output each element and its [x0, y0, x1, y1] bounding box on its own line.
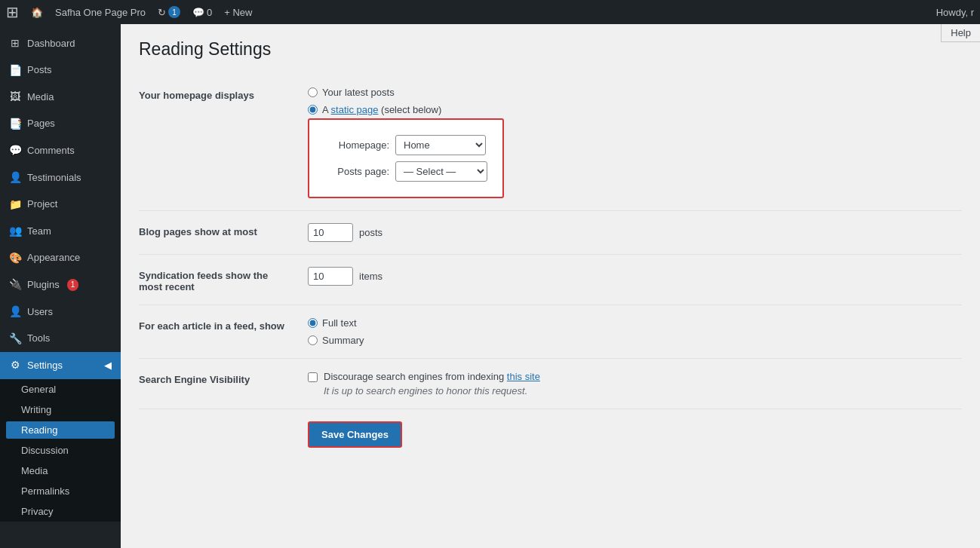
- seo-checkbox-texts: Discourage search engines from indexing …: [324, 371, 540, 396]
- blog-pages-control: posts: [308, 223, 962, 242]
- seo-row: Search Engine Visibility Discourage sear…: [139, 358, 962, 409]
- sidebar-item-team[interactable]: 👥 Team: [0, 218, 121, 245]
- syndication-suffix: items: [359, 271, 382, 282]
- help-button[interactable]: Help: [941, 24, 980, 42]
- sidebar-label-posts: Posts: [27, 63, 52, 77]
- sub-item-permalinks[interactable]: Permalinks: [0, 481, 121, 501]
- full-text-radio[interactable]: [308, 318, 318, 328]
- latest-posts-label: Your latest posts: [322, 87, 395, 98]
- appearance-icon: 🎨: [9, 251, 21, 266]
- feed-show-control: Full text Summary: [308, 317, 962, 346]
- updates-item[interactable]: ↻ 1: [158, 6, 180, 18]
- save-control: Save Changes: [308, 421, 962, 448]
- static-page-box: Homepage: Home About Contact Blog: [308, 118, 504, 198]
- sub-item-reading[interactable]: Reading: [6, 421, 115, 439]
- posts-page-select-row: Posts page: — Select — Home About Blog: [321, 161, 490, 182]
- static-page-radio[interactable]: [308, 105, 318, 115]
- homepage-displays-control: Your latest posts A static page (select …: [308, 87, 962, 198]
- posts-page-select-label: Posts page:: [321, 166, 389, 177]
- plugins-badge: 1: [67, 279, 79, 291]
- save-spacer: [139, 421, 290, 424]
- summary-option[interactable]: Summary: [308, 335, 962, 346]
- homepage-displays-row: Your homepage displays Your latest posts…: [139, 75, 962, 210]
- sidebar-label-testimonials: Testimonials: [27, 171, 81, 185]
- posts-page-select[interactable]: — Select — Home About Blog: [395, 161, 487, 182]
- sidebar-item-media[interactable]: 🖼 Media: [0, 84, 121, 111]
- sidebar-item-settings[interactable]: ⚙ Settings ◀: [0, 352, 121, 379]
- sidebar-label-appearance: Appearance: [27, 251, 80, 265]
- seo-checkbox-text: Discourage search engines from indexing …: [324, 371, 540, 382]
- sidebar-item-tools[interactable]: 🔧 Tools: [0, 326, 121, 353]
- sidebar-item-users[interactable]: 👤 Users: [0, 298, 121, 326]
- seo-checkbox-option: Discourage search engines from indexing …: [308, 371, 962, 396]
- sidebar-label-project: Project: [27, 197, 57, 211]
- this-site-link[interactable]: this site: [507, 371, 540, 382]
- sidebar-item-testimonials[interactable]: 👤 Testimonials: [0, 164, 121, 191]
- comments-item[interactable]: 💬 0: [192, 7, 212, 18]
- new-button[interactable]: + New: [224, 7, 252, 18]
- homepage-select-row: Homepage: Home About Contact Blog: [321, 135, 490, 155]
- feed-show-radio-group: Full text Summary: [308, 317, 962, 346]
- sidebar-item-project[interactable]: 📁 Project: [0, 191, 121, 219]
- homepage-select[interactable]: Home About Contact Blog: [395, 135, 486, 155]
- comments-nav-icon: 💬: [9, 143, 21, 158]
- sidebar-label-team: Team: [27, 225, 51, 238]
- topbar: ⊞ 🏠 Safha One Page Pro ↻ 1 💬 0 + New How…: [0, 0, 980, 24]
- save-button[interactable]: Save Changes: [308, 421, 402, 448]
- main-content: Reading Settings Your homepage displays …: [121, 24, 980, 548]
- settings-icon: ⚙: [9, 358, 21, 373]
- blog-pages-input-row: posts: [308, 223, 962, 242]
- site-name[interactable]: Safha One Page Pro: [55, 7, 146, 18]
- posts-icon: 📄: [9, 63, 21, 78]
- dashboard-icon: ⊞: [9, 36, 21, 51]
- site-icon: 🏠: [31, 7, 43, 18]
- feed-show-row: For each article in a feed, show Full te…: [139, 305, 962, 358]
- latest-posts-option[interactable]: Your latest posts: [308, 87, 962, 98]
- sub-item-privacy[interactable]: Privacy: [0, 501, 121, 522]
- sidebar-label-pages: Pages: [27, 117, 55, 130]
- static-page-option-wrapper: A static page (select below) Homepage: H…: [308, 104, 962, 198]
- sidebar-label-users: Users: [27, 305, 53, 319]
- syndication-input-row: items: [308, 267, 962, 286]
- wp-logo-icon: ⊞: [6, 3, 19, 21]
- sidebar-item-dashboard[interactable]: ⊞ Dashboard: [0, 30, 121, 57]
- sidebar-label-plugins: Plugins: [27, 278, 60, 292]
- sidebar-item-posts[interactable]: 📄 Posts: [0, 57, 121, 84]
- sidebar: ⊞ Dashboard 📄 Posts 🖼 Media 📑 Pages 💬 Co…: [0, 24, 121, 548]
- plugins-icon: 🔌: [9, 277, 21, 292]
- static-page-radio-text: A static page (select below): [322, 104, 441, 115]
- blog-pages-input[interactable]: [308, 223, 353, 242]
- pages-icon: 📑: [9, 117, 21, 132]
- sidebar-item-pages[interactable]: 📑 Pages: [0, 111, 121, 138]
- static-page-link[interactable]: static page: [331, 104, 379, 115]
- tools-icon: 🔧: [9, 332, 21, 347]
- summary-label: Summary: [322, 335, 364, 346]
- settings-collapse-icon: ◀: [104, 359, 112, 372]
- settings-form: Your homepage displays Your latest posts…: [139, 75, 962, 460]
- sub-item-media[interactable]: Media: [0, 461, 121, 481]
- homepage-select-label: Homepage:: [321, 139, 389, 151]
- save-row: Save Changes: [139, 409, 962, 460]
- sub-item-writing[interactable]: Writing: [0, 400, 121, 420]
- summary-radio[interactable]: [308, 335, 318, 345]
- full-text-option[interactable]: Full text: [308, 317, 962, 329]
- sidebar-label-settings: Settings: [27, 359, 63, 372]
- seo-hint: It is up to search engines to honor this…: [324, 385, 540, 396]
- seo-label: Search Engine Visibility: [139, 371, 290, 385]
- syndication-input[interactable]: [308, 267, 353, 286]
- updates-count: 1: [168, 6, 180, 18]
- feed-show-label: For each article in a feed, show: [139, 317, 290, 332]
- sidebar-item-plugins[interactable]: 🔌 Plugins 1: [0, 271, 121, 298]
- sidebar-item-appearance[interactable]: 🎨 Appearance: [0, 245, 121, 272]
- blog-pages-label: Blog pages show at most: [139, 223, 290, 237]
- howdy-text: Howdy, r: [936, 7, 974, 18]
- static-page-radio-label[interactable]: A static page (select below): [308, 104, 962, 115]
- sidebar-item-comments[interactable]: 💬 Comments: [0, 137, 121, 164]
- sub-item-discussion[interactable]: Discussion: [0, 440, 121, 461]
- team-icon: 👥: [9, 224, 21, 239]
- blog-pages-suffix: posts: [359, 227, 382, 238]
- homepage-displays-label: Your homepage displays: [139, 87, 290, 101]
- latest-posts-radio[interactable]: [308, 87, 318, 97]
- seo-checkbox[interactable]: [308, 372, 318, 382]
- sub-item-general[interactable]: General: [0, 379, 121, 400]
